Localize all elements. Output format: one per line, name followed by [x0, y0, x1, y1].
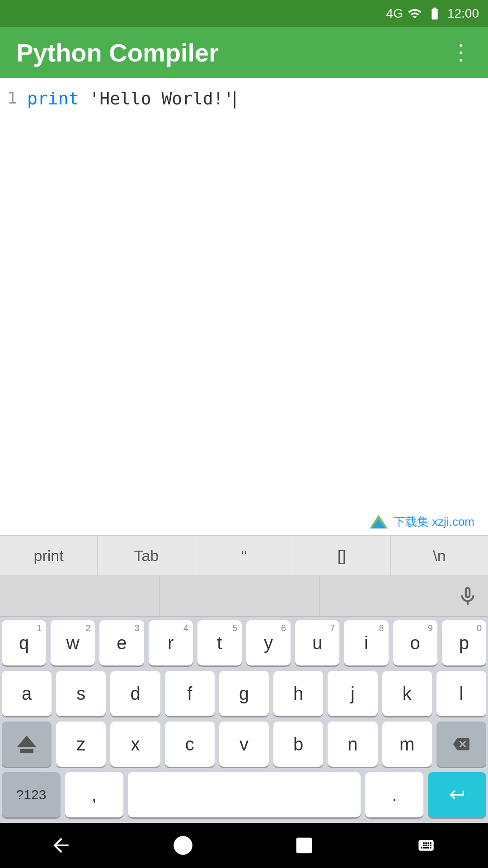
period-key[interactable]: .: [365, 772, 423, 817]
shortcut-quotes[interactable]: '': [195, 536, 293, 576]
key-e[interactable]: 3e: [99, 620, 144, 665]
shift-key[interactable]: [2, 722, 52, 767]
suggestion-bar: [0, 576, 488, 617]
nav-bar: [0, 823, 488, 868]
key-m[interactable]: m: [382, 722, 432, 767]
key-k[interactable]: k: [382, 671, 432, 716]
keyboard-row-2: a s d f g h j k l: [2, 671, 486, 716]
enter-icon: [446, 786, 468, 804]
status-bar: 4G 12:00: [0, 0, 488, 27]
shortcuts-bar: print Tab '' [] \n: [0, 535, 488, 576]
key-a[interactable]: a: [2, 671, 52, 716]
nav-back-button[interactable]: [50, 834, 72, 857]
string-content: 'Hello World!': [79, 89, 234, 108]
watermark-area: 下载集 xzji.com: [0, 508, 488, 535]
key-p[interactable]: 0p: [442, 620, 486, 665]
nav-keyboard-icon: [414, 836, 438, 854]
text-cursor: [234, 91, 235, 108]
num-switch-key[interactable]: ?123: [2, 772, 61, 817]
nav-recent-button[interactable]: [294, 835, 314, 856]
key-h[interactable]: h: [273, 671, 323, 716]
comma-key[interactable]: ,: [65, 772, 123, 817]
watermark-logo: [367, 513, 390, 531]
enter-key[interactable]: [428, 772, 486, 817]
watermark-text: 下载集 xzji.com: [394, 514, 474, 530]
nav-recent-icon: [294, 835, 314, 856]
backspace-icon: [450, 736, 472, 752]
nav-keyboard-button[interactable]: [414, 836, 438, 854]
suggestion-2[interactable]: [160, 576, 320, 616]
key-i[interactable]: 8i: [344, 620, 388, 665]
code-editor[interactable]: 1 print 'Hello World!': [0, 78, 488, 508]
nav-home-icon: [172, 834, 194, 857]
shortcut-newline[interactable]: \n: [391, 536, 488, 576]
nav-home-button[interactable]: [172, 834, 194, 857]
svg-point-2: [174, 836, 192, 855]
key-u[interactable]: 7u: [295, 620, 339, 665]
key-v[interactable]: v: [219, 722, 269, 767]
keyboard-row-4: ?123 , .: [2, 772, 486, 817]
shortcut-tab[interactable]: Tab: [98, 536, 195, 576]
mic-icon: [456, 585, 479, 608]
keyboard: 1q 2w 3e 4r 5t 6y 7u 8i 9o 0p a s d f g …: [0, 617, 488, 823]
key-d[interactable]: d: [110, 671, 160, 716]
more-options-icon[interactable]: ⋮: [450, 42, 472, 63]
key-l[interactable]: l: [436, 671, 486, 716]
space-key[interactable]: [128, 772, 361, 817]
key-t[interactable]: 5t: [197, 620, 242, 665]
battery-icon: [427, 6, 443, 21]
key-o[interactable]: 9o: [393, 620, 437, 665]
key-n[interactable]: n: [328, 722, 377, 767]
key-f[interactable]: f: [165, 671, 215, 716]
key-j[interactable]: j: [328, 671, 377, 716]
backspace-key[interactable]: [436, 722, 486, 767]
keyboard-row-1: 1q 2w 3e 4r 5t 6y 7u 8i 9o 0p: [2, 620, 486, 665]
key-g[interactable]: g: [219, 671, 269, 716]
keyboard-row-3: z x c v b n m: [2, 722, 486, 767]
key-x[interactable]: x: [110, 722, 160, 767]
key-c[interactable]: c: [165, 722, 215, 767]
shortcut-print[interactable]: print: [0, 536, 98, 576]
nav-back-icon: [50, 834, 72, 857]
svg-rect-3: [296, 838, 312, 854]
key-y[interactable]: 6y: [246, 620, 291, 665]
shift-line-icon: [20, 749, 33, 753]
line-number-1: 1: [0, 89, 27, 107]
signal-icon: [408, 6, 422, 21]
time-display: 12:00: [447, 6, 479, 21]
key-b[interactable]: b: [273, 722, 323, 767]
key-r[interactable]: 4r: [149, 620, 193, 665]
app-bar: Python Compiler ⋮: [0, 27, 488, 78]
code-content-1: print 'Hello World!': [27, 89, 488, 108]
shortcut-brackets[interactable]: []: [293, 536, 391, 576]
key-z[interactable]: z: [56, 722, 106, 767]
key-s[interactable]: s: [56, 671, 106, 716]
signal-indicator: 4G: [386, 6, 403, 21]
shift-arrow-icon: [17, 736, 37, 747]
mic-button[interactable]: [319, 576, 488, 616]
code-line-1: 1 print 'Hello World!': [0, 87, 488, 114]
suggestion-1[interactable]: [0, 576, 160, 616]
key-w[interactable]: 2w: [51, 620, 95, 665]
keyword-print: print: [27, 89, 79, 108]
app-title: Python Compiler: [16, 38, 219, 67]
key-q[interactable]: 1q: [2, 620, 46, 665]
watermark: 下载集 xzji.com: [367, 513, 474, 531]
